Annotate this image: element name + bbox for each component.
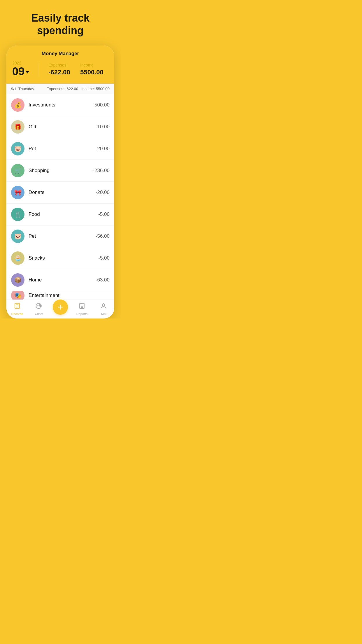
records-icon: [14, 302, 21, 311]
record-name: Pet: [29, 233, 96, 239]
income-label: Income: [80, 63, 94, 67]
record-name: Investments: [29, 102, 94, 108]
record-item[interactable]: 🎁Gift-10.00: [6, 116, 114, 138]
record-name: Home: [29, 277, 96, 283]
header-card: Money Manager 2022 09 Expenses -622.00 I…: [6, 46, 114, 84]
record-name: Pet: [29, 146, 96, 152]
record-name: Shopping: [29, 168, 93, 174]
record-amount: -5.00: [98, 211, 110, 217]
chart-nav-label: Chart: [35, 312, 43, 316]
record-name: Food: [29, 211, 98, 217]
nav-item-add[interactable]: [50, 302, 71, 316]
record-item[interactable]: 🧁Snacks-5.00: [6, 247, 114, 269]
record-amount: -236.00: [93, 168, 110, 174]
record-amount: -10.00: [96, 124, 110, 130]
financial-columns: Expenses -622.00 Income 5500.00: [43, 63, 108, 76]
record-icon: 🎀: [11, 186, 24, 199]
year-label: 2022: [12, 61, 33, 65]
me-nav-label: Me: [101, 312, 106, 316]
expenses-label: Expenses: [48, 63, 66, 67]
record-icon: 🍴: [11, 208, 24, 221]
income-column: Income 5500.00: [80, 63, 103, 76]
day-summary: 9/1 Thursday Expenses: -622.00 Income: 5…: [6, 84, 114, 94]
record-item[interactable]: 🐷Pet-56.00: [6, 225, 114, 247]
income-value: 5500.00: [80, 69, 103, 76]
record-name: Donate: [29, 190, 96, 195]
record-item[interactable]: 🐷Pet-20.00: [6, 138, 114, 160]
record-amount: 500.00: [94, 102, 110, 108]
record-icon: 📦: [11, 273, 24, 287]
record-amount: -5.00: [98, 255, 110, 261]
month-row: 09: [12, 65, 33, 78]
svg-rect-8: [80, 303, 84, 309]
record-name: Snacks: [29, 255, 98, 261]
reports-nav-label: Reports: [76, 312, 88, 316]
record-item[interactable]: 🛒Shopping-236.00: [6, 160, 114, 182]
reports-icon: [78, 302, 85, 311]
nav-item-chart[interactable]: Chart: [28, 302, 50, 316]
nav-item-reports[interactable]: Reports: [71, 302, 93, 316]
record-item-partial: 🎭Entertainment: [6, 291, 114, 300]
bottom-nav: Records Chart: [6, 300, 114, 318]
day-info: 9/1 Thursday: [11, 87, 34, 91]
records-list: 💰Investments500.00🎁Gift-10.00🐷Pet-20.00🛒…: [6, 94, 114, 300]
day-amounts: Expenses: -622.00 Income: 5500.00: [47, 87, 110, 91]
record-icon: 🧁: [11, 251, 24, 265]
record-amount: -63.00: [96, 277, 110, 283]
svg-point-12: [102, 304, 105, 306]
record-amount: -20.00: [96, 146, 110, 152]
add-button[interactable]: [53, 300, 68, 315]
vertical-divider: [38, 62, 38, 77]
record-amount: -56.00: [96, 233, 110, 239]
header-stats: 2022 09 Expenses -622.00 Income 5500.00: [12, 61, 108, 78]
records-nav-label: Records: [11, 312, 23, 316]
record-icon: 💰: [11, 98, 24, 112]
expenses-column: Expenses -622.00: [48, 63, 70, 76]
record-icon: 🐷: [11, 142, 24, 155]
chevron-down-icon: [26, 71, 29, 74]
month-number: 09: [12, 65, 24, 78]
record-item[interactable]: 🍴Food-5.00: [6, 204, 114, 225]
record-item[interactable]: 💰Investments500.00: [6, 94, 114, 116]
me-icon: [100, 302, 107, 311]
record-icon: 🐷: [11, 230, 24, 243]
svg-line-5: [37, 305, 39, 306]
chart-icon: [35, 302, 42, 311]
record-icon: 🎁: [11, 120, 24, 134]
record-icon: 🛒: [11, 164, 24, 177]
month-section[interactable]: 2022 09: [12, 61, 33, 78]
record-item[interactable]: 🎀Donate-20.00: [6, 182, 114, 204]
record-amount: -20.00: [96, 190, 110, 195]
phone-frame: Money Manager 2022 09 Expenses -622.00 I…: [6, 46, 114, 318]
record-name: Gift: [29, 124, 96, 130]
app-title: Money Manager: [12, 51, 108, 57]
nav-item-me[interactable]: Me: [93, 302, 114, 316]
record-item[interactable]: 📦Home-63.00: [6, 269, 114, 291]
expenses-value: -622.00: [48, 69, 70, 76]
page-title: Easily track spending: [0, 0, 121, 46]
nav-item-records[interactable]: Records: [6, 302, 28, 316]
